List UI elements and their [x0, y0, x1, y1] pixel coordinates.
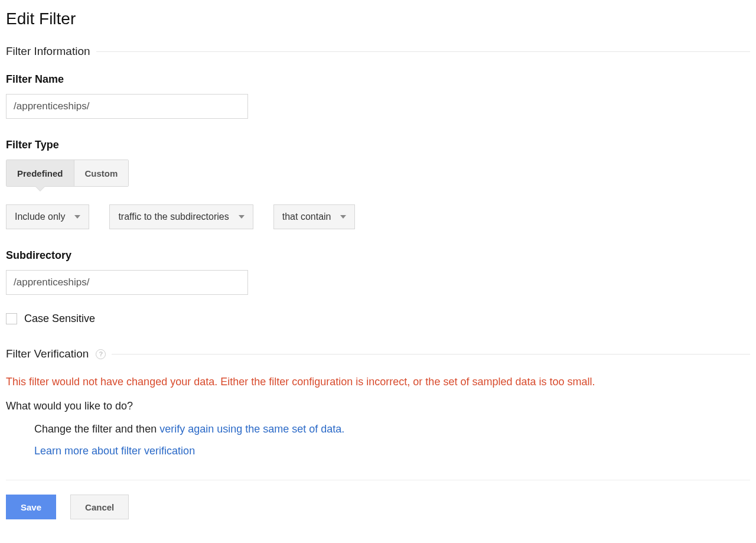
cancel-button[interactable]: Cancel: [70, 495, 129, 519]
dropdown-label: traffic to the subdirectories: [118, 212, 229, 222]
dropdown-label: Include only: [15, 212, 65, 222]
toggle-predefined[interactable]: Predefined: [6, 160, 74, 186]
filter-name-input[interactable]: [6, 94, 248, 119]
section-divider: [112, 354, 750, 355]
section-title: Filter Verification: [6, 347, 89, 360]
toggle-custom[interactable]: Custom: [74, 160, 129, 186]
filter-dropdown-row: Include only traffic to the subdirectori…: [6, 204, 750, 229]
filter-name-label: Filter Name: [6, 73, 750, 86]
chevron-down-icon: [74, 215, 80, 219]
page-title: Edit Filter: [6, 9, 750, 28]
option1-prefix: Change the filter and then: [34, 423, 159, 435]
case-sensitive-label: Case Sensitive: [24, 313, 95, 325]
dropdown-label: that contain: [282, 212, 331, 222]
footer-divider: [6, 480, 750, 480]
match-expression-dropdown[interactable]: that contain: [273, 204, 356, 229]
subdirectory-label: Subdirectory: [6, 249, 750, 262]
section-title: Filter Information: [6, 45, 90, 58]
chevron-down-icon: [239, 215, 245, 219]
save-button[interactable]: Save: [6, 495, 56, 519]
action-buttons: Save Cancel: [6, 495, 750, 519]
chevron-down-icon: [340, 215, 346, 219]
learn-more-link[interactable]: Learn more about filter verification: [34, 445, 195, 457]
verification-option-2: Learn more about filter verification: [6, 445, 750, 457]
include-exclude-dropdown[interactable]: Include only: [6, 204, 89, 229]
traffic-source-dropdown[interactable]: traffic to the subdirectories: [109, 204, 253, 229]
verification-warning: This filter would not have changed your …: [6, 376, 750, 388]
section-divider: [96, 51, 750, 52]
section-filter-verification: Filter Verification ?: [6, 347, 750, 360]
filter-type-toggle: Predefined Custom: [6, 160, 129, 187]
help-icon[interactable]: ?: [96, 349, 106, 359]
verification-prompt: What would you like to do?: [6, 400, 750, 412]
subdirectory-input[interactable]: [6, 270, 248, 295]
verify-again-link[interactable]: verify again using the same set of data.: [159, 423, 344, 435]
case-sensitive-checkbox[interactable]: [6, 313, 17, 324]
filter-type-label: Filter Type: [6, 139, 750, 151]
verification-option-1: Change the filter and then verify again …: [6, 423, 750, 435]
section-filter-information: Filter Information: [6, 45, 750, 58]
